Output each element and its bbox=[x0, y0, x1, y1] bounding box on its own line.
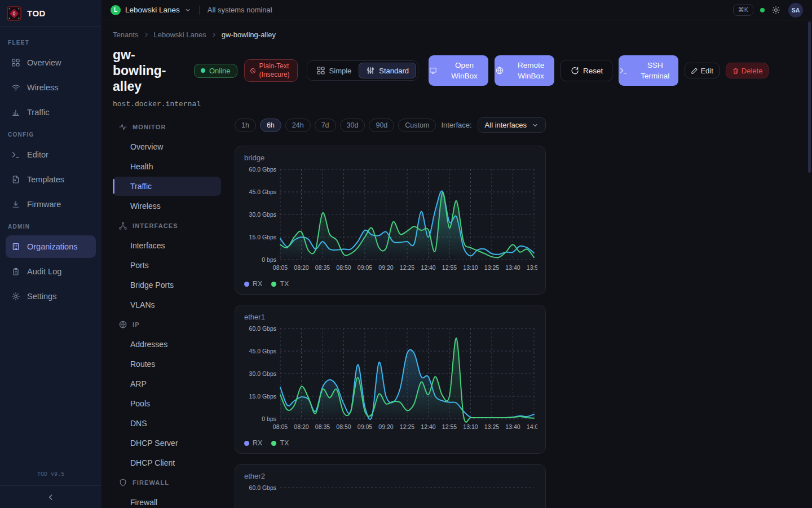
x-axis-tick: 12:55 bbox=[442, 423, 457, 430]
user-avatar[interactable]: SA bbox=[788, 3, 803, 17]
subnav-item-traffic[interactable]: Traffic bbox=[113, 177, 221, 196]
subnav-item-dhcp-server[interactable]: DHCP Server bbox=[113, 433, 221, 453]
topbar: L Lebowski Lanes All systems nominal ⌘K … bbox=[102, 0, 812, 20]
chart-title: bridge bbox=[244, 154, 536, 162]
grid-icon bbox=[11, 58, 20, 67]
sidebar-collapse-button[interactable] bbox=[47, 493, 55, 501]
chevron-right-icon bbox=[211, 32, 217, 38]
chevron-right-icon bbox=[143, 32, 149, 38]
sidebar-item-traffic[interactable]: Traffic bbox=[6, 101, 96, 124]
sidebar-item-settings[interactable]: Settings bbox=[6, 285, 96, 308]
ssh-terminal-button[interactable]: SSH Terminal bbox=[619, 55, 678, 86]
vertical-scrollbar[interactable] bbox=[808, 21, 811, 173]
subnav-item-pools[interactable]: Pools bbox=[113, 394, 221, 413]
subnav-item-dns[interactable]: DNS bbox=[113, 414, 221, 433]
range-1h-button[interactable]: 1h bbox=[235, 119, 256, 132]
view-toggle-simple[interactable]: Simple bbox=[309, 63, 359, 78]
range-24h-button[interactable]: 24h bbox=[285, 119, 311, 132]
x-axis-tick: 13:40 bbox=[505, 423, 520, 430]
x-axis-tick: 12:40 bbox=[421, 264, 435, 271]
sidebar-item-editor[interactable]: Editor bbox=[6, 143, 96, 166]
main-area: L Lebowski Lanes All systems nominal ⌘K … bbox=[102, 0, 812, 508]
device-host: host.docker.internal bbox=[113, 100, 801, 108]
device-header: gw-bowling-alley Online Plain-Text (Inse… bbox=[113, 47, 801, 94]
x-axis-tick: 13:10 bbox=[463, 264, 478, 271]
trash-icon bbox=[732, 67, 739, 75]
time-range-group: 1h6h24h7d30d90dCustom bbox=[235, 119, 436, 132]
x-axis-tick: 13:10 bbox=[463, 423, 478, 430]
tod-logo-icon bbox=[7, 6, 21, 21]
connection-status-dot bbox=[760, 8, 765, 12]
x-axis-tick: 08:50 bbox=[336, 423, 351, 430]
topbar-divider bbox=[199, 6, 200, 15]
y-axis-tick: 30.0 Gbps bbox=[249, 211, 276, 218]
subnav-item-health[interactable]: Health bbox=[113, 157, 221, 176]
globe-icon bbox=[495, 66, 504, 75]
legend-item-tx: TX bbox=[271, 280, 289, 288]
remote-winbox-button[interactable]: Remote WinBox bbox=[495, 55, 554, 86]
page-title: gw-bowling-alley bbox=[113, 47, 187, 94]
subnav-item-firewall[interactable]: Firewall bbox=[113, 493, 221, 508]
tenant-avatar: L bbox=[111, 5, 121, 15]
range-90d-button[interactable]: 90d bbox=[369, 119, 394, 132]
sidebar-item-audit-log[interactable]: Audit Log bbox=[6, 260, 96, 283]
range-30d-button[interactable]: 30d bbox=[340, 119, 365, 132]
sidebar-item-overview[interactable]: Overview bbox=[6, 51, 96, 74]
page-content: TenantsLebowski Lanesgw-bowling-alley gw… bbox=[102, 20, 812, 508]
subnav-item-overview[interactable]: Overview bbox=[113, 137, 221, 156]
interface-select[interactable]: All interfaces bbox=[478, 117, 546, 133]
x-axis-tick: 08:35 bbox=[315, 264, 330, 271]
tenant-switcher[interactable]: L Lebowski Lanes bbox=[111, 5, 191, 15]
subnav-item-vlans[interactable]: VLANs bbox=[113, 295, 221, 314]
subnav-item-bridge-ports[interactable]: Bridge Ports bbox=[113, 275, 221, 295]
open-winbox-button[interactable]: Open WinBox bbox=[429, 55, 488, 86]
chart-card-ether1: ether1 0 bps15.0 Gbps30.0 Gbps45.0 Gbps6… bbox=[235, 305, 546, 454]
y-axis-tick: 45.0 Gbps bbox=[249, 189, 276, 195]
edit-button[interactable]: Edit bbox=[685, 63, 719, 78]
sun-icon bbox=[771, 6, 780, 15]
x-axis-tick: 09:05 bbox=[358, 264, 372, 271]
view-toggle-standard[interactable]: Standard bbox=[359, 63, 416, 78]
shield-icon bbox=[118, 478, 127, 487]
building-icon bbox=[11, 242, 20, 251]
subnav-section-ip: IP bbox=[113, 315, 221, 334]
sidebar-footer: TOD v9.5 bbox=[0, 466, 102, 508]
subnav-item-routes[interactable]: Routes bbox=[113, 354, 221, 374]
chart-title: ether2 bbox=[244, 472, 536, 480]
x-axis-tick: 12:40 bbox=[421, 423, 435, 430]
lock-off-icon bbox=[250, 68, 256, 74]
theme-toggle-button[interactable] bbox=[771, 6, 780, 15]
range-custom-button[interactable]: Custom bbox=[398, 119, 436, 132]
tenant-name: Lebowski Lanes bbox=[125, 6, 180, 14]
subnav-item-interfaces[interactable]: Interfaces bbox=[113, 236, 221, 255]
brand-header: TOD bbox=[0, 0, 102, 27]
nav-group-label-admin: ADMIN bbox=[8, 224, 94, 230]
reset-button[interactable]: Reset bbox=[561, 60, 612, 81]
subnav-item-addresses[interactable]: Addresses bbox=[113, 335, 221, 354]
subnav-section-firewall: FIREWALL bbox=[113, 473, 221, 492]
range-6h-button[interactable]: 6h bbox=[260, 119, 281, 132]
bar-chart-icon bbox=[11, 108, 20, 117]
breadcrumb-lebowski-lanes[interactable]: Lebowski Lanes bbox=[154, 30, 206, 39]
subnav-item-arp[interactable]: ARP bbox=[113, 374, 221, 393]
sidebar-item-templates[interactable]: Templates bbox=[6, 168, 96, 191]
command-palette-shortcut[interactable]: ⌘K bbox=[733, 4, 753, 16]
subnav-item-ports[interactable]: Ports bbox=[113, 256, 221, 275]
sidebar-item-firmware[interactable]: Firmware bbox=[6, 193, 96, 216]
subnav-section-monitor: MONITOR bbox=[113, 117, 221, 137]
x-axis-tick: 08:05 bbox=[273, 423, 288, 430]
monitor-icon bbox=[429, 67, 437, 75]
sidebar: TOD FLEETOverviewWirelessTrafficCONFIGEd… bbox=[0, 0, 102, 508]
chart-card-ether2: ether2 0 bps15.0 Gbps30.0 Gbps45.0 Gbps6… bbox=[235, 464, 546, 508]
x-axis-tick: 12:25 bbox=[400, 423, 414, 430]
action-buttons: Open WinBoxRemote WinBoxResetSSH Termina… bbox=[429, 55, 769, 86]
sidebar-item-organizations[interactable]: Organizations bbox=[6, 235, 96, 258]
delete-button[interactable]: Delete bbox=[726, 63, 769, 78]
subnav-item-wireless[interactable]: Wireless bbox=[113, 196, 221, 216]
sidebar-item-wireless[interactable]: Wireless bbox=[6, 76, 96, 99]
range-7d-button[interactable]: 7d bbox=[315, 119, 336, 132]
globe-icon bbox=[118, 320, 127, 329]
subnav-item-dhcp-client[interactable]: DHCP Client bbox=[113, 453, 221, 472]
breadcrumb-tenants[interactable]: Tenants bbox=[113, 30, 139, 39]
interface-label: Interface: bbox=[441, 121, 471, 129]
